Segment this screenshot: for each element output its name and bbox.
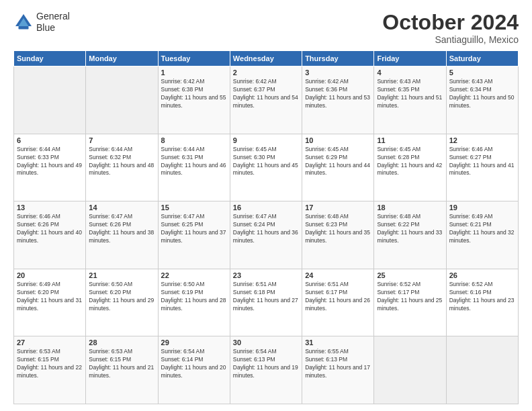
calendar-cell: 6Sunrise: 6:44 AM Sunset: 6:33 PM Daylig… bbox=[14, 134, 86, 201]
calendar-cell: 18Sunrise: 6:48 AM Sunset: 6:22 PM Dayli… bbox=[374, 201, 446, 269]
day-info: Sunrise: 6:44 AM Sunset: 6:32 PM Dayligh… bbox=[89, 146, 154, 178]
day-info: Sunrise: 6:53 AM Sunset: 6:15 PM Dayligh… bbox=[17, 348, 83, 380]
calendar-cell: 9Sunrise: 6:45 AM Sunset: 6:30 PM Daylig… bbox=[230, 134, 302, 201]
day-number: 17 bbox=[305, 203, 371, 212]
day-info: Sunrise: 6:45 AM Sunset: 6:28 PM Dayligh… bbox=[377, 146, 443, 178]
day-info: Sunrise: 6:46 AM Sunset: 6:26 PM Dayligh… bbox=[17, 213, 83, 245]
day-number: 21 bbox=[89, 271, 154, 279]
day-info: Sunrise: 6:51 AM Sunset: 6:17 PM Dayligh… bbox=[305, 281, 371, 313]
day-of-week-header: Sunday bbox=[14, 51, 86, 66]
day-number: 7 bbox=[89, 136, 154, 144]
day-number: 5 bbox=[449, 68, 515, 77]
calendar-cell: 12Sunrise: 6:46 AM Sunset: 6:27 PM Dayli… bbox=[446, 134, 518, 201]
day-info: Sunrise: 6:53 AM Sunset: 6:15 PM Dayligh… bbox=[89, 348, 154, 380]
calendar-cell: 20Sunrise: 6:49 AM Sunset: 6:20 PM Dayli… bbox=[14, 269, 86, 336]
day-of-week-header: Saturday bbox=[446, 51, 518, 66]
svg-rect-2 bbox=[19, 26, 29, 30]
day-info: Sunrise: 6:46 AM Sunset: 6:27 PM Dayligh… bbox=[449, 146, 515, 178]
day-info: Sunrise: 6:49 AM Sunset: 6:20 PM Dayligh… bbox=[17, 281, 83, 313]
calendar-cell bbox=[446, 336, 518, 404]
calendar-cell: 11Sunrise: 6:45 AM Sunset: 6:28 PM Dayli… bbox=[374, 134, 446, 201]
calendar-cell: 29Sunrise: 6:54 AM Sunset: 6:14 PM Dayli… bbox=[158, 336, 230, 404]
calendar-cell: 30Sunrise: 6:54 AM Sunset: 6:13 PM Dayli… bbox=[230, 336, 302, 404]
calendar-cell: 28Sunrise: 6:53 AM Sunset: 6:15 PM Dayli… bbox=[86, 336, 158, 404]
day-number: 11 bbox=[377, 136, 443, 144]
calendar-cell bbox=[86, 66, 158, 134]
day-info: Sunrise: 6:47 AM Sunset: 6:24 PM Dayligh… bbox=[233, 213, 299, 245]
calendar-cell: 8Sunrise: 6:44 AM Sunset: 6:31 PM Daylig… bbox=[158, 134, 230, 201]
day-number: 31 bbox=[305, 338, 371, 347]
day-number: 2 bbox=[233, 68, 299, 77]
day-info: Sunrise: 6:47 AM Sunset: 6:26 PM Dayligh… bbox=[89, 213, 154, 245]
day-number: 30 bbox=[233, 338, 299, 347]
day-of-week-header: Friday bbox=[374, 51, 446, 66]
day-of-week-header: Wednesday bbox=[230, 51, 302, 66]
calendar-week-row: 20Sunrise: 6:49 AM Sunset: 6:20 PM Dayli… bbox=[14, 269, 519, 336]
day-number: 9 bbox=[233, 136, 299, 144]
subtitle: Santiaguillo, Mexico bbox=[382, 34, 519, 45]
day-info: Sunrise: 6:48 AM Sunset: 6:22 PM Dayligh… bbox=[377, 213, 443, 245]
day-number: 4 bbox=[377, 68, 443, 77]
day-info: Sunrise: 6:42 AM Sunset: 6:36 PM Dayligh… bbox=[305, 78, 371, 110]
calendar-cell: 4Sunrise: 6:43 AM Sunset: 6:35 PM Daylig… bbox=[374, 66, 446, 134]
day-info: Sunrise: 6:47 AM Sunset: 6:25 PM Dayligh… bbox=[161, 213, 227, 245]
day-of-week-header: Monday bbox=[86, 51, 158, 66]
calendar-cell: 3Sunrise: 6:42 AM Sunset: 6:36 PM Daylig… bbox=[302, 66, 374, 134]
day-number: 15 bbox=[161, 203, 227, 212]
calendar-cell bbox=[374, 336, 446, 404]
calendar-cell: 5Sunrise: 6:43 AM Sunset: 6:34 PM Daylig… bbox=[446, 66, 518, 134]
calendar-cell: 23Sunrise: 6:51 AM Sunset: 6:18 PM Dayli… bbox=[230, 269, 302, 336]
day-info: Sunrise: 6:52 AM Sunset: 6:17 PM Dayligh… bbox=[377, 281, 443, 313]
calendar-cell: 31Sunrise: 6:55 AM Sunset: 6:13 PM Dayli… bbox=[302, 336, 374, 404]
logo-icon bbox=[13, 12, 34, 32]
calendar-cell: 21Sunrise: 6:50 AM Sunset: 6:20 PM Dayli… bbox=[86, 269, 158, 336]
day-info: Sunrise: 6:55 AM Sunset: 6:13 PM Dayligh… bbox=[305, 348, 371, 380]
day-info: Sunrise: 6:45 AM Sunset: 6:30 PM Dayligh… bbox=[233, 146, 299, 178]
day-info: Sunrise: 6:42 AM Sunset: 6:37 PM Dayligh… bbox=[233, 78, 299, 110]
calendar-cell: 27Sunrise: 6:53 AM Sunset: 6:15 PM Dayli… bbox=[14, 336, 86, 404]
calendar-cell: 13Sunrise: 6:46 AM Sunset: 6:26 PM Dayli… bbox=[14, 201, 86, 269]
calendar-week-row: 13Sunrise: 6:46 AM Sunset: 6:26 PM Dayli… bbox=[14, 201, 519, 269]
day-number: 13 bbox=[17, 203, 83, 212]
day-number: 14 bbox=[89, 203, 154, 212]
calendar-week-row: 27Sunrise: 6:53 AM Sunset: 6:15 PM Dayli… bbox=[14, 336, 519, 404]
calendar-cell: 7Sunrise: 6:44 AM Sunset: 6:32 PM Daylig… bbox=[86, 134, 158, 201]
day-info: Sunrise: 6:49 AM Sunset: 6:21 PM Dayligh… bbox=[449, 213, 515, 245]
calendar-cell: 2Sunrise: 6:42 AM Sunset: 6:37 PM Daylig… bbox=[230, 66, 302, 134]
main-title: October 2024 bbox=[382, 11, 519, 34]
day-number: 10 bbox=[305, 136, 371, 144]
calendar-cell: 10Sunrise: 6:45 AM Sunset: 6:29 PM Dayli… bbox=[302, 134, 374, 201]
day-number: 28 bbox=[89, 338, 154, 347]
calendar-header-row: SundayMondayTuesdayWednesdayThursdayFrid… bbox=[14, 51, 519, 66]
day-number: 18 bbox=[377, 203, 443, 212]
calendar-week-row: 6Sunrise: 6:44 AM Sunset: 6:33 PM Daylig… bbox=[14, 134, 519, 201]
calendar-cell: 16Sunrise: 6:47 AM Sunset: 6:24 PM Dayli… bbox=[230, 201, 302, 269]
day-number: 12 bbox=[449, 136, 515, 144]
calendar-cell: 1Sunrise: 6:42 AM Sunset: 6:38 PM Daylig… bbox=[158, 66, 230, 134]
day-number: 25 bbox=[377, 271, 443, 279]
logo-text: General Blue bbox=[36, 11, 70, 34]
day-info: Sunrise: 6:45 AM Sunset: 6:29 PM Dayligh… bbox=[305, 146, 371, 178]
day-info: Sunrise: 6:54 AM Sunset: 6:14 PM Dayligh… bbox=[161, 348, 227, 380]
day-info: Sunrise: 6:54 AM Sunset: 6:13 PM Dayligh… bbox=[233, 348, 299, 380]
day-number: 8 bbox=[161, 136, 227, 144]
day-of-week-header: Thursday bbox=[302, 51, 374, 66]
day-info: Sunrise: 6:42 AM Sunset: 6:38 PM Dayligh… bbox=[161, 78, 227, 110]
calendar-cell: 14Sunrise: 6:47 AM Sunset: 6:26 PM Dayli… bbox=[86, 201, 158, 269]
calendar-cell: 22Sunrise: 6:50 AM Sunset: 6:19 PM Dayli… bbox=[158, 269, 230, 336]
day-number: 24 bbox=[305, 271, 371, 279]
day-number: 27 bbox=[17, 338, 83, 347]
day-info: Sunrise: 6:48 AM Sunset: 6:23 PM Dayligh… bbox=[305, 213, 371, 245]
calendar-cell bbox=[14, 66, 86, 134]
title-block: October 2024 Santiaguillo, Mexico bbox=[382, 11, 519, 45]
day-number: 29 bbox=[161, 338, 227, 347]
day-number: 20 bbox=[17, 271, 83, 279]
calendar-cell: 15Sunrise: 6:47 AM Sunset: 6:25 PM Dayli… bbox=[158, 201, 230, 269]
day-info: Sunrise: 6:50 AM Sunset: 6:20 PM Dayligh… bbox=[89, 281, 154, 313]
day-info: Sunrise: 6:43 AM Sunset: 6:35 PM Dayligh… bbox=[377, 78, 443, 110]
day-number: 16 bbox=[233, 203, 299, 212]
calendar-table: SundayMondayTuesdayWednesdayThursdayFrid… bbox=[13, 50, 519, 404]
day-number: 26 bbox=[449, 271, 515, 279]
calendar-cell: 26Sunrise: 6:52 AM Sunset: 6:16 PM Dayli… bbox=[446, 269, 518, 336]
day-number: 3 bbox=[305, 68, 371, 77]
